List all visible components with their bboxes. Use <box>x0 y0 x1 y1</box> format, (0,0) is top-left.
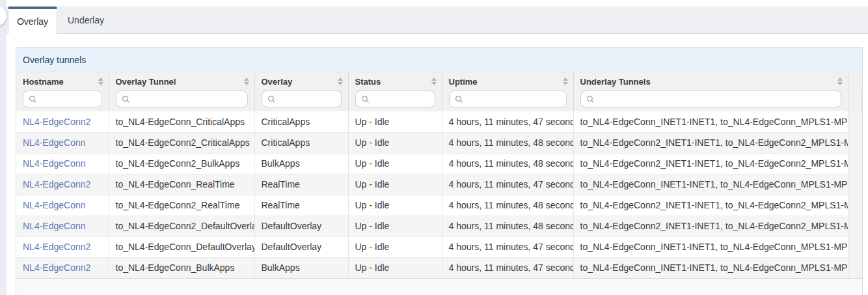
column-header-status[interactable]: Status <box>348 72 442 91</box>
cell-status: Up - Idle <box>348 257 442 278</box>
search-icon <box>361 95 370 104</box>
cell-uptime: 4 hours, 11 minutes, 48 seconds <box>442 153 573 174</box>
row-spacer <box>848 236 862 257</box>
table-row: NL4-EdgeConnto_NL4-EdgeConn2_RealTimeRea… <box>16 195 862 216</box>
cell-overlay-tunnel: to_NL4-EdgeConn_DefaultOverlay <box>109 236 254 257</box>
search-icon <box>122 95 130 104</box>
cell-hostname: NL4-EdgeConn <box>16 216 109 236</box>
tab-strip <box>7 7 868 34</box>
cell-uptime: 4 hours, 11 minutes, 47 seconds <box>442 174 573 195</box>
cell-status: Up - Idle <box>348 174 442 195</box>
table-row: NL4-EdgeConn2to_NL4-EdgeConn_DefaultOver… <box>16 236 862 257</box>
panel-footer <box>16 279 862 294</box>
tab-overlay[interactable]: Overlay <box>8 7 57 34</box>
cell-uptime: 4 hours, 11 minutes, 48 seconds <box>442 195 573 216</box>
column-header-overlay[interactable]: Overlay <box>254 72 348 91</box>
overlay-tunnel-filter-input[interactable] <box>134 94 242 105</box>
cell-uptime: 4 hours, 11 minutes, 47 seconds <box>442 111 573 132</box>
column-header-uptime[interactable]: Uptime <box>442 72 573 91</box>
cell-overlay: RealTime <box>254 195 348 216</box>
cell-hostname: NL4-EdgeConn <box>16 153 109 174</box>
cell-overlay-tunnel: to_NL4-EdgeConn_CriticalApps <box>109 111 254 132</box>
cell-overlay: DefaultOverlay <box>254 236 348 257</box>
table-row: NL4-EdgeConn2to_NL4-EdgeConn_BulkAppsBul… <box>16 257 862 278</box>
tab-underlay[interactable]: Underlay <box>57 7 115 33</box>
filter-spacer <box>848 91 862 111</box>
cell-underlay-tunnels: to_NL4-EdgeConn2_INET1-INET1, to_NL4-Edg… <box>573 216 848 236</box>
hostname-link[interactable]: NL4-EdgeConn2 <box>23 117 90 127</box>
row-spacer <box>848 195 862 216</box>
cell-underlay-tunnels: to_NL4-EdgeConn_INET1-INET1, to_NL4-Edge… <box>573 111 848 132</box>
cell-underlay-tunnels: to_NL4-EdgeConn_INET1-INET1, to_NL4-Edge… <box>573 257 848 278</box>
cell-overlay-tunnel: to_NL4-EdgeConn_BulkApps <box>109 257 254 278</box>
table-row: NL4-EdgeConnto_NL4-EdgeConn2_DefaultOver… <box>16 216 862 236</box>
cell-status: Up - Idle <box>348 111 442 132</box>
hostname-link[interactable]: NL4-EdgeConn2 <box>23 262 90 273</box>
cell-hostname: NL4-EdgeConn <box>16 195 109 216</box>
filter-cell-underlay-tunnels <box>573 91 848 111</box>
column-header-overlay-tunnel[interactable]: Overlay Tunnel <box>109 72 254 91</box>
table-row: NL4-EdgeConnto_NL4-EdgeConn2_BulkAppsBul… <box>16 153 862 174</box>
cell-overlay: BulkApps <box>254 257 348 278</box>
hostname-link[interactable]: NL4-EdgeConn2 <box>23 179 90 190</box>
cell-hostname: NL4-EdgeConn <box>16 132 109 153</box>
sort-icon[interactable] <box>338 77 343 85</box>
cell-status: Up - Idle <box>348 216 442 236</box>
hostname-link[interactable]: NL4-EdgeConn <box>23 221 86 231</box>
table-row: NL4-EdgeConn2to_NL4-EdgeConn_CriticalApp… <box>16 111 862 132</box>
filter-box <box>449 91 567 107</box>
cell-overlay-tunnel: to_NL4-EdgeConn2_RealTime <box>109 195 254 216</box>
search-icon <box>29 95 37 104</box>
filter-box <box>23 91 102 107</box>
sort-icon[interactable] <box>837 77 843 85</box>
filter-cell-overlay-tunnel <box>109 91 254 111</box>
column-label: Hostname <box>23 77 64 87</box>
sort-icon[interactable] <box>98 77 103 85</box>
filter-box <box>580 91 841 107</box>
cell-uptime: 4 hours, 11 minutes, 48 seconds <box>442 216 573 236</box>
search-icon <box>455 95 463 104</box>
column-header-hostname[interactable]: Hostname <box>16 72 109 91</box>
panel-title: Overlay tunnels <box>23 55 86 65</box>
cell-overlay: DefaultOverlay <box>254 216 348 236</box>
overlay-filter-input[interactable] <box>280 94 336 105</box>
sort-icon[interactable] <box>244 77 249 85</box>
column-label: Overlay Tunnel <box>116 77 176 87</box>
row-spacer <box>848 216 862 236</box>
hostname-link[interactable]: NL4-EdgeConn2 <box>23 242 90 252</box>
row-spacer <box>848 132 862 153</box>
cell-overlay-tunnel: to_NL4-EdgeConn2_BulkApps <box>109 153 254 174</box>
cell-underlay-tunnels: to_NL4-EdgeConn2_INET1-INET1, to_NL4-Edg… <box>573 132 848 153</box>
column-label: Overlay <box>262 77 293 87</box>
filter-box <box>355 91 435 107</box>
sort-icon[interactable] <box>563 77 568 85</box>
column-header-underlay-tunnels[interactable]: Underlay Tunnels <box>573 72 848 91</box>
hostname-link[interactable]: NL4-EdgeConn <box>23 137 86 148</box>
column-label: Uptime <box>449 77 478 87</box>
cell-hostname: NL4-EdgeConn2 <box>16 257 109 278</box>
cell-hostname: NL4-EdgeConn2 <box>16 174 109 195</box>
row-spacer <box>848 174 862 195</box>
uptime-filter-input[interactable] <box>467 94 561 105</box>
hostname-filter-input[interactable] <box>41 94 96 105</box>
column-label: Status <box>355 77 381 87</box>
cell-uptime: 4 hours, 11 minutes, 48 seconds <box>442 132 573 153</box>
filter-box <box>116 91 248 107</box>
hostname-link[interactable]: NL4-EdgeConn <box>23 158 86 169</box>
tab-underlay-label: Underlay <box>68 15 104 25</box>
filter-cell-hostname <box>16 91 109 111</box>
table-row: NL4-EdgeConnto_NL4-EdgeConn2_CriticalApp… <box>16 132 862 153</box>
cell-underlay-tunnels: to_NL4-EdgeConn2_INET1-INET1, to_NL4-Edg… <box>573 153 848 174</box>
status-filter-input[interactable] <box>373 94 429 105</box>
filter-cell-overlay <box>254 91 348 111</box>
cell-overlay: RealTime <box>254 174 348 195</box>
overlay-tunnels-table: HostnameOverlay TunnelOverlayStatusUptim… <box>16 72 862 279</box>
cell-underlay-tunnels: to_NL4-EdgeConn2_INET1-INET1, to_NL4-Edg… <box>573 195 848 216</box>
row-spacer <box>848 111 862 132</box>
sort-icon[interactable] <box>431 77 437 85</box>
hostname-link[interactable]: NL4-EdgeConn <box>23 200 86 210</box>
underlay-tunnels-filter-input[interactable] <box>599 94 835 105</box>
cell-underlay-tunnels: to_NL4-EdgeConn_INET1-INET1, to_NL4-Edge… <box>573 174 848 195</box>
panel-header: Overlay tunnels <box>16 48 862 72</box>
table-head: HostnameOverlay TunnelOverlayStatusUptim… <box>16 72 862 111</box>
